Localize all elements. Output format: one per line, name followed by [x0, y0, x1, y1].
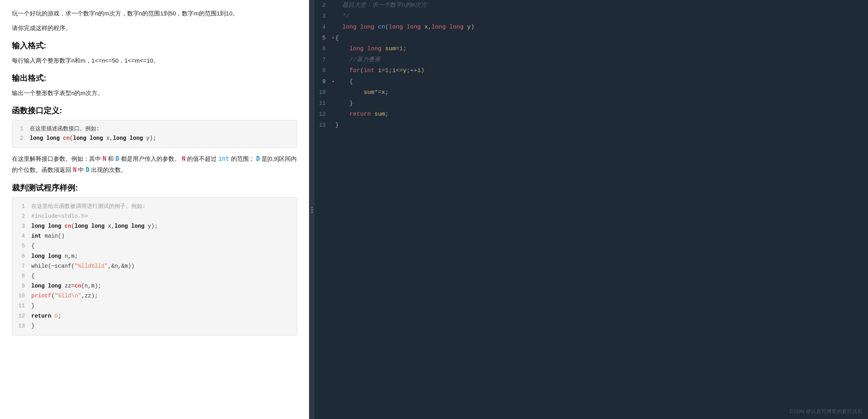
- sample-line-3: 3 long long cn(long long x,long long y);: [17, 221, 292, 231]
- editor-line-12: 12 return sum;: [315, 109, 868, 120]
- func-interface-block: 1 在这里描述函数接口。例如: 2 long long cn(long long…: [12, 120, 297, 148]
- intro-text2: 请你完成这样的程序。: [12, 23, 297, 33]
- sample-line-8: 8 {: [17, 271, 292, 281]
- editor-line-4: 4 long long cn(long long x,long long y): [315, 22, 868, 33]
- section-sample: 裁判测试程序样例:: [12, 183, 297, 193]
- sample-line-12: 12 return 0;: [17, 311, 292, 321]
- editor-line-9: 9 • {: [315, 76, 868, 88]
- func-line-1: 1 在这里描述函数接口。例如:: [17, 124, 292, 134]
- func-param-desc: 在这里解释接口参数。例如：其中 N 和 D 都是用户传入的参数。 N 的值不超过…: [12, 153, 297, 175]
- editor-line-10: 10 sum*=x;: [315, 87, 868, 98]
- section-func: 函数接口定义:: [12, 105, 297, 116]
- left-panel: 玩一个好玩的游戏，求一个数字n的m次方，数字n的范围1到50，数字m的范围1到1…: [0, 0, 309, 419]
- collapse-handle[interactable]: [309, 0, 315, 419]
- editor-line-7: 7 //暴力叠乘: [315, 55, 868, 66]
- right-panel[interactable]: 2 题目大意：求一个数字n的m次方 3 */ 4 long long cn(lo…: [315, 0, 868, 419]
- sample-line-9: 9 long long zz=cn(n,m);: [17, 281, 292, 291]
- section-output: 输出格式:: [12, 73, 297, 84]
- sample-line-7: 7 while(~scanf("%lld%lld",&n,&m)): [17, 261, 292, 271]
- editor-line-6: 6 long long sum=1;: [315, 44, 868, 55]
- section-input: 输入格式:: [12, 40, 297, 51]
- collapse-dots: [311, 207, 313, 213]
- sample-line-2: 2 #include<stdio.h>: [17, 211, 292, 221]
- sample-block: 1 在这里给出函数被调用进行测试的例子。例如: 2 #include<stdio…: [12, 197, 297, 335]
- intro-text: 玩一个好玩的游戏，求一个数字n的m次方，数字n的范围1到50，数字m的范围1到1…: [12, 8, 297, 19]
- sample-line-13: 13 }: [17, 321, 292, 331]
- editor-line-3: 3 */: [315, 11, 868, 22]
- sample-line-4: 4 int main(): [17, 231, 292, 241]
- sample-line-1: 1 在这里给出函数被调用进行测试的例子。例如:: [17, 202, 292, 211]
- editor-line-11: 11 }: [315, 98, 868, 109]
- editor-line-5: 5 • {: [315, 33, 868, 44]
- func-line-2: 2 long long cn(long long x,long long y);: [17, 134, 292, 143]
- editor-line-8: 8 for(int i=1;i<=y;++i): [315, 65, 868, 76]
- sample-line-5: 5 {: [17, 241, 292, 251]
- watermark: CSDN @认真写博客的夏目浅石: [790, 408, 862, 415]
- input-desc: 每行输入两个整形数字n和m，1<=n<=50，1<=m<=10。: [12, 55, 297, 66]
- output-desc: 输出一个整形数字表型n的m次方。: [12, 88, 297, 98]
- sample-line-10: 10 printf("%lld\n",zz);: [17, 291, 292, 301]
- editor-line-13: 13 }: [315, 120, 868, 131]
- editor-line-2: 2 题目大意：求一个数字n的m次方: [315, 0, 868, 11]
- sample-line-6: 6 long long n,m;: [17, 251, 292, 261]
- sample-line-11: 11 }: [17, 301, 292, 311]
